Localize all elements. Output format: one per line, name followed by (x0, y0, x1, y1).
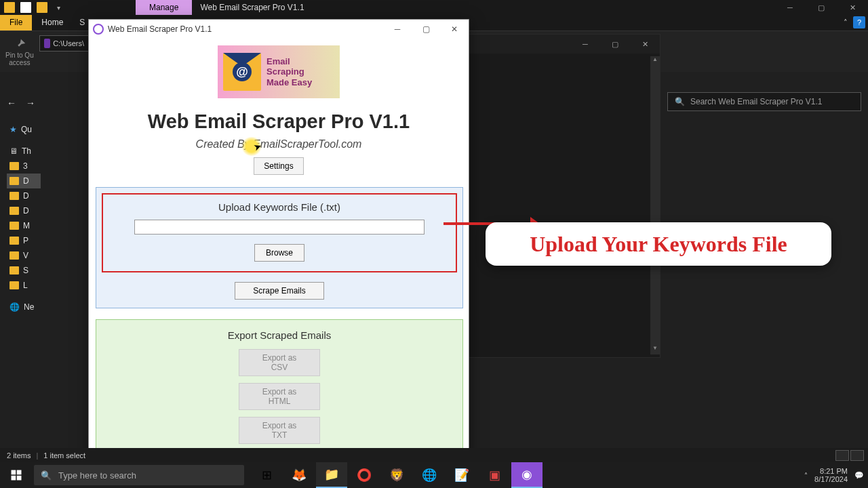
app-folder-icon (44, 39, 50, 48)
sidebar-label: D (23, 176, 29, 186)
explorer-close-button[interactable]: ✕ (837, 0, 868, 15)
at-icon: @ (233, 62, 252, 81)
address-bar[interactable]: C:\Users\ (39, 35, 89, 52)
page-subtitle: Created By EmailScraperTool.com (96, 138, 462, 150)
taskbar-explorer-icon[interactable]: 📁 (316, 462, 347, 488)
envelope-icon: @ (223, 53, 261, 91)
brand-text: Made Easy (267, 77, 312, 88)
tray-overflow-icon[interactable]: ˄ (804, 472, 808, 479)
nav-back-button[interactable]: ← (7, 98, 16, 108)
folder-icon (9, 207, 19, 215)
sidebar-item[interactable]: M (7, 218, 41, 233)
search-icon: 🔍 (675, 97, 685, 106)
sidebar-item[interactable]: P (7, 233, 41, 248)
pin-icon (12, 37, 27, 52)
sidebar-item[interactable]: L (7, 278, 41, 293)
app-maximize-button[interactable]: ▢ (412, 20, 440, 39)
ribbon-collapse-icon[interactable]: ˄ (840, 16, 852, 28)
scroll-up-icon[interactable]: ▲ (650, 56, 660, 66)
notification-icon[interactable]: 💬 (854, 471, 864, 480)
ribbon-home-tab[interactable]: Home (32, 15, 73, 30)
system-tray: ˄ 8:21 PM 8/17/2024 💬 (804, 462, 868, 488)
taskbar-brave-icon[interactable]: 🦁 (381, 462, 412, 488)
taskbar-app-icon[interactable]: ▣ (479, 462, 510, 488)
bg-close-button[interactable]: ✕ (630, 35, 660, 54)
sidebar-this-pc[interactable]: 🖥Th (7, 144, 41, 159)
sidebar-label: D (23, 191, 29, 201)
keywords-file-input[interactable] (134, 220, 425, 235)
taskbar-notepad-icon[interactable]: 📝 (446, 462, 477, 488)
scrape-emails-button[interactable]: Scrape Emails (235, 282, 323, 300)
brand-banner: @ Email Scraping Made Easy (218, 45, 340, 98)
app-titlebar: Web Email Scraper Pro V1.1 ─ ▢ ✕ (89, 20, 469, 39)
scroll-down-icon[interactable]: ▼ (650, 345, 660, 354)
sidebar-item[interactable]: D (7, 174, 41, 188)
explorer-search-input[interactable]: 🔍 Search Web Email Scraper Pro V1.1 (667, 92, 861, 111)
down-icon[interactable]: ▾ (53, 2, 64, 13)
sidebar-label: Th (22, 146, 31, 156)
folder-icon (9, 251, 19, 260)
search-placeholder: Search Web Email Scraper Pro V1.1 (690, 97, 823, 106)
explorer-maximize-button[interactable]: ▢ (806, 0, 837, 15)
export-label: Export Scraped Emails (104, 329, 454, 341)
tray-date: 8/17/2024 (814, 475, 848, 483)
taskbar-opera-icon[interactable]: ⭕ (349, 462, 380, 488)
bg-maximize-button[interactable]: ▢ (600, 35, 630, 54)
sidebar-item[interactable]: D (7, 203, 41, 218)
export-txt-button[interactable]: Export as TXT (239, 417, 320, 444)
ribbon-tab-manage[interactable]: Manage (136, 0, 192, 15)
sidebar-item[interactable]: S (7, 263, 41, 278)
settings-button[interactable]: Settings (254, 157, 303, 175)
export-csv-button[interactable]: Export as CSV (239, 349, 320, 376)
annotation-callout: Upload Your Keywords File (486, 222, 831, 266)
ribbon-file-tab[interactable]: File (0, 15, 32, 30)
nav-forward-button[interactable]: → (26, 98, 35, 108)
browse-button[interactable]: Browse (254, 244, 304, 262)
export-html-button[interactable]: Export as HTML (239, 383, 320, 410)
svg-rect-1 (17, 470, 22, 475)
app-minimize-button[interactable]: ─ (383, 20, 412, 39)
folder-icon (9, 222, 19, 230)
explorer-sidebar: ★Qu 🖥Th 3 D D D M P V S L 🌐Ne (7, 122, 41, 314)
status-separator: | (36, 451, 38, 460)
titlebar-folder-icon (37, 2, 47, 13)
explorer-minimize-button[interactable]: ─ (774, 0, 806, 15)
start-button[interactable] (0, 462, 33, 488)
folder-icon (9, 266, 19, 274)
sidebar-item[interactable]: D (7, 188, 41, 203)
app-window: Web Email Scraper Pro V1.1 ─ ▢ ✕ @ Email… (88, 19, 469, 464)
taskbar-scraper-icon[interactable]: ◉ (511, 462, 542, 488)
sidebar-item[interactable]: 3 (7, 159, 41, 174)
app-window-title: Web Email Scraper Pro V1.1 (108, 24, 212, 34)
sidebar-label: L (23, 281, 28, 290)
windows-icon (10, 469, 22, 481)
app-icon (93, 24, 104, 35)
svg-rect-3 (17, 476, 22, 481)
help-icon[interactable]: ? (853, 16, 865, 28)
checkbox-icon[interactable] (20, 2, 31, 13)
status-selected-count: 1 item select (43, 451, 85, 460)
sidebar-quick-access[interactable]: ★Qu (7, 122, 41, 137)
bg-minimize-button[interactable]: ─ (570, 35, 600, 54)
task-view-button[interactable]: ⊞ (251, 462, 282, 488)
pin-quick-access-button[interactable]: Pin to Qu access (5, 37, 34, 66)
search-icon: 🔍 (41, 470, 52, 481)
pin-label-2: access (9, 59, 30, 66)
taskbar-search-input[interactable]: 🔍 Type here to search (34, 465, 244, 485)
sidebar-item[interactable]: V (7, 248, 41, 263)
app-close-button[interactable]: ✕ (440, 20, 469, 39)
network-icon: 🌐 (9, 302, 20, 312)
view-large-button[interactable] (850, 450, 864, 461)
sidebar-network[interactable]: 🌐Ne (7, 300, 41, 314)
taskbar: 🔍 Type here to search ⊞ 🦊 📁 ⭕ 🦁 🌐 📝 ▣ ◉ … (0, 462, 868, 488)
background-window: ─ ▢ ✕ ▲ ▼ (468, 34, 660, 358)
taskbar-chrome-icon[interactable]: 🌐 (414, 462, 445, 488)
taskbar-firefox-icon[interactable]: 🦊 (283, 462, 315, 488)
view-details-button[interactable] (835, 450, 849, 461)
svg-rect-2 (12, 476, 16, 481)
star-icon: ★ (9, 125, 17, 134)
export-panel: Export Scraped Emails Export as CSV Expo… (96, 319, 463, 462)
scrollbar[interactable]: ▲ ▼ (650, 56, 660, 354)
svg-rect-0 (12, 470, 16, 475)
search-placeholder: Type here to search (58, 470, 136, 481)
